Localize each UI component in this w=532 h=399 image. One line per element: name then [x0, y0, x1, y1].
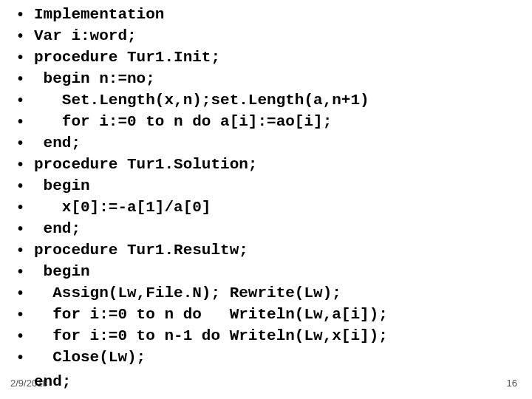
code-line: • Set.Length(x,n);set.Length(a,n+1): [18, 90, 532, 112]
code-text: procedure Tur1.Init;: [34, 47, 532, 69]
bullet-icon: •: [18, 69, 34, 89]
code-text: for i:=0 to n do Writeln(Lw,a[i]);: [34, 304, 532, 326]
code-text: procedure Tur1.Solution;: [34, 154, 532, 176]
code-text: x[0]:=-a[1]/a[0]: [34, 197, 532, 219]
code-text: for i:=0 to n do a[i]:=ao[i];: [34, 112, 532, 133]
code-line: • begin n:=no;: [18, 69, 532, 90]
code-text: for i:=0 to n-1 do Writeln(Lw,x[i]);: [34, 326, 532, 347]
code-text: begin: [34, 176, 532, 197]
code-text: begin n:=no;: [34, 69, 532, 90]
code-text: Set.Length(x,n);set.Length(a,n+1): [34, 90, 532, 112]
bullet-icon: •: [18, 90, 34, 110]
bullet-icon: •: [18, 47, 34, 67]
bullet-icon: •: [18, 26, 34, 46]
code-line: • for i:=0 to n do a[i]:=ao[i];: [18, 112, 532, 133]
code-line: • Close(Lw);: [18, 347, 532, 369]
code-line: • end;: [18, 219, 532, 240]
code-text: Assign(Lw,File.N); Rewrite(Lw);: [34, 283, 532, 304]
bullet-icon: •: [18, 112, 34, 132]
bullet-icon: •: [18, 304, 34, 324]
bullet-icon: •: [18, 4, 34, 24]
code-line: •procedure Tur1.Resultw;: [18, 240, 532, 262]
code-text: procedure Tur1.Resultw;: [34, 240, 532, 262]
bullet-icon: •: [18, 283, 34, 303]
code-line: • begin: [18, 262, 532, 283]
code-text: begin: [34, 262, 532, 283]
bullet-icon: •: [18, 262, 34, 282]
code-line: • end;: [18, 133, 532, 154]
code-text: end;: [34, 133, 532, 154]
code-text: Close(Lw);: [34, 347, 532, 369]
code-line: •procedure Tur1.Solution;: [18, 154, 532, 176]
code-text: end;: [34, 219, 532, 240]
code-line: • begin: [18, 176, 532, 197]
code-line: • Assign(Lw,File.N); Rewrite(Lw);: [18, 283, 532, 304]
code-list: •Implementation •Var i:word; •procedure …: [0, 0, 532, 368]
bullet-icon: •: [18, 197, 34, 217]
page-number: 16: [507, 378, 517, 389]
code-line: •Var i:word;: [18, 26, 532, 47]
code-text: Var i:word;: [34, 26, 532, 47]
bullet-icon: •: [18, 326, 34, 346]
bullet-icon: •: [18, 176, 34, 196]
bullet-icon: •: [18, 133, 34, 153]
code-line: • for i:=0 to n do Writeln(Lw,a[i]);: [18, 304, 532, 326]
bullet-icon: •: [18, 347, 34, 367]
bullet-icon: •: [18, 219, 34, 239]
code-line: •Implementation: [18, 4, 532, 26]
code-line: •procedure Tur1.Init;: [18, 47, 532, 69]
bullet-icon: •: [18, 240, 34, 260]
code-line: • x[0]:=-a[1]/a[0]: [18, 197, 532, 219]
code-text: Implementation: [34, 4, 532, 26]
code-line: • for i:=0 to n-1 do Writeln(Lw,x[i]);: [18, 326, 532, 347]
bullet-icon: •: [18, 154, 34, 174]
code-text-last: end;: [34, 373, 71, 390]
slide: •Implementation •Var i:word; •procedure …: [0, 0, 532, 399]
